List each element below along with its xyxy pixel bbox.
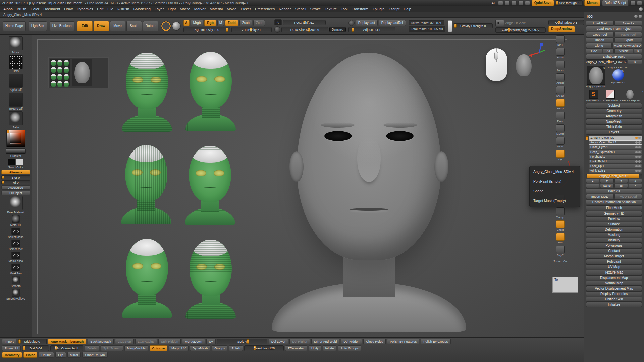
mini-head-thumb[interactable] <box>51 74 56 80</box>
replay-last-button[interactable]: ReplayLast <box>356 20 378 26</box>
btn-zremesher[interactable]: ZRemesher <box>285 345 307 351</box>
layer-record-icon[interactable] <box>635 160 638 163</box>
menu-stroke[interactable]: Stroke <box>308 7 323 11</box>
section-polypaint[interactable]: Polypaint <box>586 259 642 264</box>
menu-color[interactable]: Color <box>29 7 41 11</box>
btn-colorize[interactable]: Colorize <box>150 345 167 351</box>
layer-ctl-item[interactable]: × <box>629 184 642 188</box>
session-icon[interactable] <box>637 1 642 5</box>
btn-paste-tool[interactable]: Paste Tool <box>614 32 642 37</box>
section-vector-displacement-map[interactable]: Vector Displacement Map <box>586 286 642 291</box>
move-button[interactable]: Move <box>110 21 125 31</box>
m-button[interactable]: M <box>217 20 224 26</box>
layer-visibility-icon[interactable] <box>638 156 641 158</box>
layer-row-deep-expression-1[interactable]: Deep_Expression 1 <box>589 150 642 154</box>
basic-material-thumb[interactable]: BasicMaterial <box>7 196 24 214</box>
section-layers[interactable]: Layers <box>586 130 642 135</box>
layer-row-1-angry-close-mo[interactable]: 1 Angry_Close_Mo <box>589 136 642 140</box>
mini-head-thumb[interactable] <box>51 67 56 73</box>
mini-head-thumb[interactable] <box>51 60 56 66</box>
tray-floor[interactable]: Floor <box>556 112 565 123</box>
select-rect-thumb-image[interactable] <box>11 240 20 247</box>
z-intensity-slider[interactable]: Z Intensity 51 <box>231 27 272 32</box>
btn-r[interactable]: R <box>634 48 642 53</box>
btn-alternate[interactable]: Alternate <box>1 170 30 174</box>
section-thick-skin[interactable]: Thick Skin <box>586 124 642 129</box>
smooth-valleys-thumb[interactable]: SmoothValleys <box>6 289 25 300</box>
quicksave-button[interactable]: QuickSave <box>532 0 554 6</box>
menu-zplugin[interactable]: Zplugin <box>370 7 386 11</box>
section-uv-map[interactable]: UV Map <box>586 264 642 269</box>
sdiv-slider[interactable]: SDiv 4 <box>217 339 267 344</box>
btn-visible[interactable]: Visible <box>614 48 633 53</box>
select-lasso-thumb-image[interactable] <box>11 228 20 235</box>
secondary-color-swatch[interactable] <box>16 159 23 165</box>
layer-visibility-icon[interactable] <box>638 146 641 148</box>
btn-backfacemask[interactable]: BackfaceMask <box>88 339 114 344</box>
btn-lazystep[interactable]: LazyStep <box>115 339 134 344</box>
section-contact[interactable]: Contact <box>586 248 642 253</box>
btn-r[interactable]: R <box>628 59 642 64</box>
doc-icon[interactable] <box>498 1 503 5</box>
brush-preview-icon[interactable] <box>161 21 171 31</box>
tray-l-sym[interactable]: L.Sym <box>556 124 565 135</box>
tray-zoom[interactable]: Zoom <box>556 61 565 72</box>
import-mdd-button[interactable]: Import MDD <box>586 194 614 199</box>
current-stroke-thumb[interactable]: Dots <box>9 55 23 73</box>
section-texture-map[interactable]: Texture Map <box>586 270 642 275</box>
layer-row-look-up-1[interactable]: Look_Up 1 <box>589 164 642 168</box>
mask-lasso-thumb-image[interactable] <box>11 252 20 259</box>
btn-copy-tool[interactable]: Copy Tool <box>586 32 614 37</box>
lightbox-button[interactable]: LightBox <box>29 21 47 31</box>
obj-shadow-slider[interactable]: ObjShadow 0.3 <box>548 20 584 25</box>
select-rect-thumb[interactable]: SelectRect <box>9 240 22 251</box>
adjust-last-slider[interactable]: AdjustLast 1 <box>348 27 395 32</box>
section-displacement-map[interactable]: Displacement Map <box>586 275 642 280</box>
menu-alpha[interactable]: Alpha <box>1 7 15 11</box>
mini-head-thumb[interactable] <box>64 60 69 66</box>
btn-auto-mask-fibermesh[interactable]: Auto Mask FiberMesh <box>48 339 86 344</box>
slider-rf-0[interactable]: Rf 0 <box>1 180 30 184</box>
layer-row-look-right-1[interactable]: Look_Right 1 <box>589 159 642 164</box>
menu-help[interactable]: Help <box>401 7 413 11</box>
min-connected-slider[interactable]: Min Connected f <box>50 345 83 351</box>
sv-square[interactable] <box>6 130 25 147</box>
alphabrush-thumb[interactable]: 9 <box>612 69 624 81</box>
section-geometry-hd[interactable]: Geometry HD <box>586 211 642 216</box>
btn-save-as[interactable]: Save As <box>614 21 642 26</box>
canvas-viewport[interactable]: Angry_Close_Mou SDiv 4 PolyPaint (Empty)… <box>32 35 584 337</box>
rgb-intensity-slider[interactable]: Rgb Intensity 100 <box>183 27 230 32</box>
section-normal-map[interactable]: Normal Map <box>586 281 642 286</box>
rf-slider[interactable]: Rf 0 <box>1 180 30 184</box>
btn-mergevisible[interactable]: MergeVisible <box>124 345 148 351</box>
mini-head-thumb[interactable] <box>57 67 62 73</box>
alternate-button[interactable]: Alternate <box>1 170 30 174</box>
field-of-view-slider[interactable]: Field of view(deg) 27.5977 <box>495 27 546 33</box>
main-color-swatch[interactable] <box>8 159 15 165</box>
current-material-thumb[interactable]: Satin <box>9 111 23 129</box>
menu-transform[interactable]: Transform <box>350 7 371 11</box>
layer-record-icon[interactable] <box>635 137 638 139</box>
mask-lasso-thumb[interactable]: MaskLasso <box>9 252 23 263</box>
btn-fillobject[interactable]: FillObject <box>1 191 30 195</box>
rotate-button[interactable]: Rotate <box>143 21 158 31</box>
btn-polish-by-groups[interactable]: Polish By Groups <box>421 339 450 344</box>
section-initialize[interactable]: Initialize <box>586 302 642 307</box>
menu-dynamics[interactable]: Dynamics <box>75 7 95 11</box>
draw-size-slider[interactable]: Draw Size 64.88109 <box>281 27 328 32</box>
btn-export[interactable]: Export <box>614 37 642 42</box>
btn-split-hidden[interactable]: Split Hidden <box>158 339 181 344</box>
dist-slider[interactable]: Dist 0.04 <box>22 345 49 351</box>
layer-ctl-item[interactable]: ▦ <box>614 184 628 188</box>
btn-delete[interactable]: Delete <box>85 345 99 351</box>
layer-row-angry-open-mout-1[interactable]: Angry_Open_Mout 1 <box>589 140 642 145</box>
menus-button[interactable]: Menus <box>584 0 600 6</box>
btn-smart-resym[interactable]: Smart ReSym <box>82 352 107 358</box>
btn-inflate[interactable]: Inflate <box>323 345 337 351</box>
layer-record-icon[interactable] <box>635 146 638 148</box>
smooth-brush-thumb[interactable]: Smooth <box>11 276 20 288</box>
edit-button[interactable]: Edit <box>77 21 93 31</box>
btn-double[interactable]: Double <box>39 352 54 358</box>
blur-slider[interactable]: Blur 0 <box>1 175 30 179</box>
menu-zscript[interactable]: Zscript <box>386 7 401 11</box>
